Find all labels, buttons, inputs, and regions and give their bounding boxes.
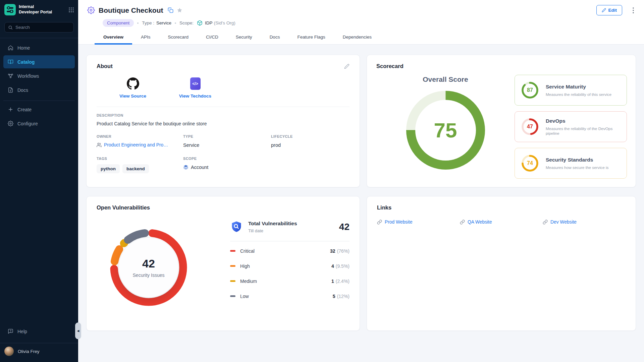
type-label: Type :	[142, 20, 154, 25]
about-title: About	[97, 63, 113, 69]
favorite-star-icon[interactable]	[177, 7, 182, 13]
tab-feature-flags[interactable]: Feature Flags	[288, 31, 334, 45]
sidebar-item-create[interactable]: Create	[3, 103, 75, 116]
gear-icon	[8, 121, 13, 126]
scorecard-card: Scorecard Overall Score 75	[367, 55, 636, 187]
user-menu[interactable]: Olivia Frey	[0, 343, 78, 362]
overall-score-donut: 75	[406, 91, 485, 170]
view-source-link[interactable]: View Source	[116, 77, 150, 99]
high-dash-icon	[230, 265, 235, 267]
link-dev-website[interactable]: Dev Website	[543, 220, 626, 225]
plus-icon	[8, 107, 13, 112]
lifecycle-value: prod	[271, 142, 350, 148]
search-icon	[8, 25, 13, 30]
total-vulnerabilities-value: 42	[339, 222, 350, 232]
about-edit-pencil-icon[interactable]	[344, 64, 350, 69]
tags-label: TAGS	[97, 157, 183, 161]
sidebar-divider	[0, 38, 78, 38]
edit-button[interactable]: Edit	[596, 5, 623, 15]
sidebar-item-help[interactable]: Help	[3, 325, 75, 338]
kind-badge: Component	[103, 19, 134, 27]
score-ring: 87	[521, 81, 539, 99]
medium-dash-icon	[230, 280, 235, 282]
sidebar-item-docs[interactable]: Docs	[3, 83, 75, 97]
links-title: Links	[377, 204, 391, 211]
scorecard-item-devops[interactable]: 47 DevOps Measures the reliability of th…	[515, 111, 627, 142]
owner-link[interactable]: Product Engineering and Product...	[104, 142, 169, 147]
critical-dash-icon	[230, 250, 235, 252]
tab-scorecard[interactable]: Scorecard	[159, 31, 198, 45]
tab-bar: Overview APIs Scorecard CI/CD Security D…	[87, 31, 636, 44]
vulnerabilities-legend: Critical 32(76%) High 4(9.5%) Medium 1(2…	[230, 243, 350, 304]
main-area: Boutique Checkout	[78, 0, 644, 341]
link-prod-website[interactable]: Prod Website	[377, 220, 460, 225]
tag-chip[interactable]: python	[97, 164, 120, 173]
techdocs-icon: </>	[190, 77, 201, 90]
book-icon	[8, 59, 13, 65]
tab-docs[interactable]: Docs	[261, 31, 289, 45]
tab-security[interactable]: Security	[227, 31, 261, 45]
sidebar-item-label: Docs	[17, 87, 28, 93]
security-issues-label: Security Issues	[133, 273, 165, 278]
total-vulnerabilities-title: Total Vulnerabilities	[248, 221, 297, 227]
link-qa-website[interactable]: QA Website	[460, 220, 543, 225]
apps-grid-icon[interactable]	[68, 7, 74, 13]
tab-dependencies[interactable]: Dependencies	[334, 31, 380, 45]
entity-meta: Component Type : Service Scope: IDP (Sid…	[103, 19, 636, 27]
owner-label: OWNER	[97, 134, 183, 138]
tab-overview[interactable]: Overview	[95, 31, 132, 45]
sidebar-item-configure[interactable]: Configure	[3, 117, 75, 130]
tag-chip[interactable]: backend	[122, 164, 149, 173]
help-icon	[8, 328, 13, 334]
vulnerabilities-title: Open Vulnerabilities	[97, 204, 150, 211]
tab-cicd[interactable]: CI/CD	[197, 31, 227, 45]
vulnerabilities-divider	[230, 241, 350, 241]
lifecycle-label: LIFECYCLE	[271, 134, 350, 138]
sidebar-item-catalog[interactable]: Catalog	[3, 55, 75, 68]
sidebar-collapse-handle[interactable]: ◀	[75, 322, 81, 339]
scope-org: (Sid's Org)	[214, 20, 235, 25]
page-title: Boutique Checkout	[99, 6, 163, 14]
legend-row-high: High 4(9.5%)	[230, 258, 350, 274]
legend-row-low: Low 5(12%)	[230, 289, 350, 304]
scorecard-item-service-maturity[interactable]: 87 Service Maturity Measures the reliabi…	[515, 75, 627, 106]
owner-group-icon	[97, 142, 102, 147]
avatar	[4, 347, 14, 356]
vulnerabilities-card: Open Vulnerabilities 42 Security Issues	[86, 196, 360, 331]
scorecard-item-security-standards[interactable]: 74 Security Standards Measures how secur…	[515, 148, 627, 179]
copy-icon[interactable]	[168, 7, 173, 13]
overall-score-value: 75	[406, 91, 485, 170]
scorecard-title: Scorecard	[376, 63, 404, 69]
sidebar-item-workflows[interactable]: Workflows	[3, 69, 75, 82]
search-input[interactable]	[15, 25, 75, 30]
total-vulnerabilities-sub: Till date	[248, 228, 297, 233]
shield-scan-icon	[230, 220, 243, 234]
description-text: Product Catalog Service for the boutique…	[97, 121, 350, 126]
overall-score-label: Overall Score	[423, 75, 468, 83]
description-label: DESCRIPTION	[97, 113, 350, 117]
page-header: Boutique Checkout	[78, 0, 644, 45]
scope-field-label: SCOPE	[183, 157, 271, 161]
view-techdocs-link[interactable]: </> View Techdocs	[178, 77, 212, 99]
search-box[interactable]	[4, 22, 74, 33]
content-grid: About View Source </>	[78, 45, 644, 341]
sidebar: Internal Developer Portal Ho	[0, 0, 78, 362]
sidebar-nav: Home Catalog Workflows	[0, 40, 78, 131]
layers-icon	[183, 165, 189, 170]
scope-value: IDP	[205, 20, 213, 25]
sidebar-item-home[interactable]: Home	[3, 41, 75, 54]
tab-apis[interactable]: APIs	[132, 31, 159, 45]
brand: Internal Developer Portal	[0, 0, 78, 19]
type-field-value: Service	[183, 142, 271, 148]
sidebar-item-label: Configure	[17, 121, 38, 126]
sidebar-item-label: Create	[17, 107, 32, 112]
security-issues-count: 42	[142, 257, 155, 270]
user-name: Olivia Frey	[18, 349, 40, 354]
more-options-icon[interactable]	[633, 7, 634, 13]
vulnerabilities-donut: 42 Security Issues	[107, 226, 191, 309]
file-icon	[8, 87, 13, 93]
scope-field-value: Account	[191, 165, 208, 170]
home-icon	[8, 45, 13, 51]
legend-row-critical: Critical 32(76%)	[230, 243, 350, 258]
scope-label: Scope:	[179, 20, 194, 25]
